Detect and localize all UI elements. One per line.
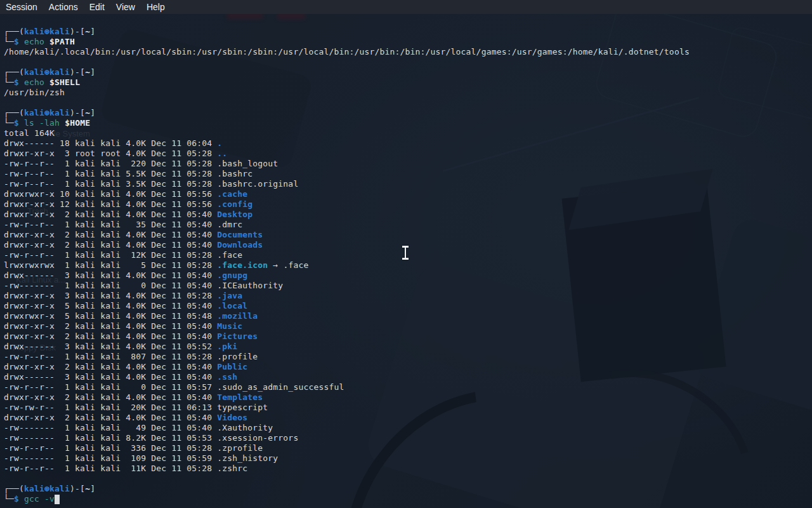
output-line: -rw------- 1 kali kali 8.2K Dec 11 05:53…	[4, 433, 812, 443]
output-line: drwx------ 18 kali kali 4.0K Dec 11 06:0…	[4, 138, 812, 149]
output-line: drwxr-xr-x 2 kali kali 4.0K Dec 11 05:40…	[4, 230, 812, 240]
output-line: /home/kali/.local/bin:/usr/local/sbin:/u…	[4, 47, 812, 57]
output-line: lrwxrwxrwx 1 kali kali 5 Dec 11 05:28 .f…	[4, 260, 812, 271]
output-line: -rw-r--r-- 1 kali kali 35 Dec 11 05:40 .…	[4, 220, 812, 230]
menu-bar: SessionActionsEditViewHelp	[0, 0, 812, 14]
command-line: └─$ echo $PATH	[4, 37, 812, 47]
command-line: └─$ echo $SHELL	[4, 77, 812, 88]
output-line: -rw-r--r-- 1 kali kali 0 Dec 11 05:57 .s…	[4, 382, 812, 392]
output-line: drwx------ 3 kali kali 4.0K Dec 11 05:40…	[4, 271, 812, 281]
output-line: drwxr-xr-x 2 kali kali 4.0K Dec 11 05:40…	[4, 321, 812, 331]
output-line: -rw-rw-r-- 1 kali kali 20K Dec 11 06:13 …	[4, 403, 812, 413]
blank-line	[4, 98, 812, 108]
text-select-cursor-icon	[402, 246, 409, 260]
menu-item-view[interactable]: View	[110, 0, 141, 14]
menu-item-session[interactable]: Session	[0, 0, 43, 14]
output-line: -rw-r--r-- 1 kali kali 3.5K Dec 11 05:28…	[4, 179, 812, 189]
terminal-window[interactable]: ┌──(kali⊛kali)-[~]└─$ echo $PATH/home/ka…	[0, 14, 812, 508]
terminal-output: ┌──(kali⊛kali)-[~]└─$ echo $PATH/home/ka…	[4, 27, 812, 504]
output-line: -rw------- 1 kali kali 0 Dec 11 05:40 .I…	[4, 281, 812, 291]
output-line: -rw-r--r-- 1 kali kali 220 Dec 11 05:28 …	[4, 159, 812, 169]
output-line: drwxr-xr-x 3 kali kali 4.0K Dec 11 05:28…	[4, 291, 812, 301]
output-line: drwxr-xr-x 2 kali kali 4.0K Dec 11 05:40…	[4, 210, 812, 220]
output-line: drwxrwxr-x 5 kali kali 4.0K Dec 11 05:48…	[4, 311, 812, 321]
prompt-line: ┌──(kali⊛kali)-[~]	[4, 27, 812, 37]
prompt-line: ┌──(kali⊛kali)-[~]	[4, 67, 812, 77]
output-line: /usr/bin/zsh	[4, 88, 812, 98]
blank-line	[4, 474, 812, 484]
output-line: drwxr-xr-x 5 kali kali 4.0K Dec 11 05:40…	[4, 301, 812, 311]
menu-item-actions[interactable]: Actions	[43, 0, 84, 14]
output-line: drwxr-xr-x 2 kali kali 4.0K Dec 11 05:40…	[4, 413, 812, 423]
menu-item-edit[interactable]: Edit	[84, 0, 110, 14]
output-line: drwxr-xr-x 2 kali kali 4.0K Dec 11 05:40…	[4, 362, 812, 372]
prompt-line: ┌──(kali⊛kali)-[~]	[4, 484, 812, 494]
command-line: └─$ gcc -v	[4, 494, 812, 504]
output-line: -rw-r--r-- 1 kali kali 11K Dec 11 05:28 …	[4, 464, 812, 474]
output-line: drwxr-xr-x 2 kali kali 4.0K Dec 11 05:40…	[4, 331, 812, 342]
output-line: -rw-r--r-- 1 kali kali 5.5K Dec 11 05:28…	[4, 169, 812, 179]
output-line: total 164K	[4, 128, 812, 138]
output-line: -rw------- 1 kali kali 49 Dec 11 05:40 .…	[4, 423, 812, 433]
output-line: -rw-r--r-- 1 kali kali 807 Dec 11 05:28 …	[4, 352, 812, 362]
output-line: drwxr-xr-x 3 root root 4.0K Dec 11 05:28…	[4, 149, 812, 159]
output-line: drwxr-xr-x 12 kali kali 4.0K Dec 11 05:5…	[4, 199, 812, 210]
prompt-line: ┌──(kali⊛kali)-[~]	[4, 108, 812, 118]
output-line: -rw-r--r-- 1 kali kali 336 Dec 11 05:28 …	[4, 443, 812, 453]
output-line: drwx------ 3 kali kali 4.0K Dec 11 05:52…	[4, 342, 812, 352]
menu-item-help[interactable]: Help	[141, 0, 171, 14]
command-line: └─$ ls -lah $HOME	[4, 118, 812, 128]
terminal-text-cursor	[55, 495, 60, 504]
output-line: drwx------ 3 kali kali 4.0K Dec 11 05:40…	[4, 372, 812, 382]
blank-line	[4, 57, 812, 67]
output-line: -rw------- 1 kali kali 109 Dec 11 05:59 …	[4, 453, 812, 464]
output-line: drwxr-xr-x 2 kali kali 4.0K Dec 11 05:40…	[4, 392, 812, 403]
output-line: drwxrwxr-x 10 kali kali 4.0K Dec 11 05:5…	[4, 189, 812, 199]
